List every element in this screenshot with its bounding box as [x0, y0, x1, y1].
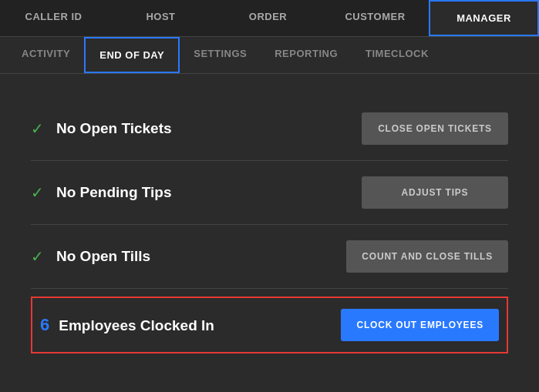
row-employees-clocked-in: 6Employees Clocked In CLOCK OUT EMPLOYEE…	[31, 297, 508, 353]
row-open-tickets: ✓ No Open Tickets CLOSE OPEN TICKETS	[31, 97, 508, 161]
sub-nav: ACTIVITY END OF DAY SETTINGS REPORTING T…	[0, 37, 539, 74]
check-icon-open-tills: ✓	[31, 247, 44, 266]
close-open-tickets-button[interactable]: CLOSE OPEN TICKETS	[362, 112, 508, 145]
row-pending-tips: ✓ No Pending Tips ADJUST TIPS	[31, 161, 508, 225]
employee-count-badge: 6	[40, 315, 49, 334]
check-icon-pending-tips: ✓	[31, 183, 44, 202]
tab-settings[interactable]: SETTINGS	[180, 37, 261, 73]
tab-customer[interactable]: CUSTOMER	[322, 0, 429, 36]
main-content: ✓ No Open Tickets CLOSE OPEN TICKETS ✓ N…	[0, 74, 539, 369]
adjust-tips-button[interactable]: ADJUST TIPS	[362, 176, 508, 209]
tab-end-of-day[interactable]: END OF DAY	[84, 37, 180, 73]
employees-clocked-in-text: Employees Clocked In	[59, 317, 214, 333]
tab-activity[interactable]: ACTIVITY	[8, 37, 84, 73]
check-icon-open-tickets: ✓	[31, 119, 44, 138]
tab-host[interactable]: HOST	[107, 0, 214, 36]
tab-order[interactable]: ORDER	[214, 0, 322, 36]
label-employees-clocked-in: 6Employees Clocked In	[40, 315, 341, 335]
label-pending-tips: No Pending Tips	[56, 184, 362, 201]
tab-reporting[interactable]: REPORTING	[261, 37, 352, 73]
tab-timeclock[interactable]: TIMECLOCK	[352, 37, 443, 73]
top-nav: CALLER ID HOST ORDER CUSTOMER MANAGER	[0, 0, 539, 37]
tab-manager[interactable]: MANAGER	[429, 0, 539, 36]
count-close-tills-button[interactable]: COUNT AND CLOSE TILLS	[346, 240, 508, 273]
label-open-tills: No Open Tills	[56, 248, 346, 265]
row-open-tills: ✓ No Open Tills COUNT AND CLOSE TILLS	[31, 225, 508, 289]
tab-caller-id[interactable]: CALLER ID	[0, 0, 107, 36]
clock-out-employees-button[interactable]: CLOCK OUT EMPLOYEES	[341, 309, 499, 341]
label-open-tickets: No Open Tickets	[56, 120, 362, 137]
